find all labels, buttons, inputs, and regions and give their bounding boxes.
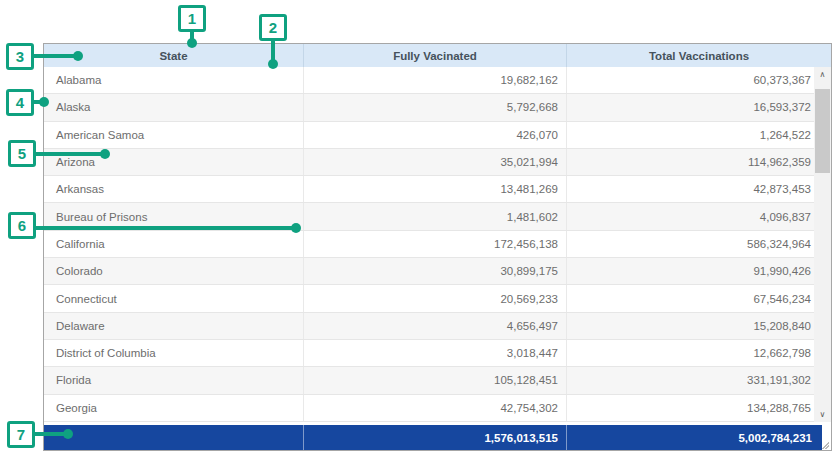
state-cell: California (44, 231, 303, 257)
annotation-dot-1 (187, 38, 197, 48)
attribute-table: State Fully Vacinated Total Vaccinations… (43, 43, 832, 451)
column-header-fully-vacinated[interactable]: Fully Vacinated (303, 44, 566, 67)
total-vaccinations-cell: 12,662,798 (566, 340, 831, 366)
totals-row: 1,576,013,515 5,002,784,231 (44, 425, 822, 450)
table-row[interactable]: Arizona 35,021,994 114,962,359 (44, 149, 831, 176)
table-row[interactable]: Delaware 4,656,497 15,208,840 (44, 313, 831, 340)
annotation-dot-2 (268, 59, 278, 69)
total-vaccinations-cell: 114,962,359 (566, 149, 831, 175)
annotation-label: 6 (18, 217, 26, 234)
total-vaccinations-cell: 16,593,372 (566, 94, 831, 120)
fully-vacinated-cell: 35,021,994 (303, 149, 566, 175)
annotation-marker-4: 4 (6, 89, 34, 116)
state-cell: Delaware (44, 313, 303, 339)
scroll-down-icon[interactable]: ∨ (814, 407, 831, 422)
state-cell: Alaska (44, 94, 303, 120)
table-row[interactable]: Connecticut 20,569,233 67,546,234 (44, 285, 831, 312)
totals-total-vaccinations: 5,002,784,231 (566, 425, 822, 450)
annotation-marker-6: 6 (8, 212, 36, 239)
annotation-dot-3 (73, 51, 83, 61)
fully-vacinated-cell: 42,754,302 (303, 395, 566, 421)
total-vaccinations-cell: 586,324,964 (566, 231, 831, 257)
table-row[interactable]: Arkansas 13,481,269 42,873,453 (44, 176, 831, 203)
scroll-up-icon[interactable]: ∧ (814, 67, 831, 82)
table-body: Alabama 19,682,162 60,373,367 Alaska 5,7… (44, 67, 831, 422)
annotation-label: 1 (188, 10, 196, 27)
annotation-label: 5 (18, 145, 26, 162)
annotation-marker-5: 5 (8, 140, 36, 167)
annotation-marker-7: 7 (7, 421, 35, 448)
state-cell: Connecticut (44, 285, 303, 311)
total-vaccinations-cell: 134,288,765 (566, 395, 831, 421)
fully-vacinated-cell: 5,792,668 (303, 94, 566, 120)
annotation-dot-5 (100, 149, 110, 159)
state-cell: American Samoa (44, 122, 303, 148)
state-cell: Alabama (44, 67, 303, 93)
fully-vacinated-cell: 1,481,602 (303, 203, 566, 229)
table-row[interactable]: American Samoa 426,070 1,264,522 (44, 122, 831, 149)
annotation-dot-6 (291, 223, 301, 233)
annotation-dot-4 (39, 97, 49, 107)
fully-vacinated-cell: 19,682,162 (303, 67, 566, 93)
table-row[interactable]: Alabama 19,682,162 60,373,367 (44, 67, 831, 94)
state-cell: District of Columbia (44, 340, 303, 366)
totals-fully-vacinated: 1,576,013,515 (303, 425, 566, 450)
fully-vacinated-cell: 105,128,451 (303, 367, 566, 393)
table-row[interactable]: District of Columbia 3,018,447 12,662,79… (44, 340, 831, 367)
annotation-connector-6 (34, 226, 296, 230)
annotation-marker-2: 2 (259, 14, 287, 41)
total-vaccinations-cell: 91,990,426 (566, 258, 831, 284)
fully-vacinated-cell: 30,899,175 (303, 258, 566, 284)
total-vaccinations-cell: 1,264,522 (566, 122, 831, 148)
annotation-label: 3 (16, 48, 24, 65)
totals-state-cell (44, 425, 303, 450)
scrollbar-thumb[interactable] (815, 89, 830, 173)
resize-grip-icon (821, 441, 829, 449)
vertical-scrollbar[interactable]: ∧ ∨ (814, 67, 831, 422)
table-header-row: State Fully Vacinated Total Vaccinations (44, 44, 831, 67)
annotation-marker-3: 3 (6, 43, 34, 70)
table-row[interactable]: Florida 105,128,451 331,191,302 (44, 367, 831, 394)
total-vaccinations-cell: 15,208,840 (566, 313, 831, 339)
annotation-label: 7 (17, 426, 25, 443)
table-row[interactable]: Alaska 5,792,668 16,593,372 (44, 94, 831, 121)
fully-vacinated-cell: 3,018,447 (303, 340, 566, 366)
annotation-dot-7 (63, 429, 73, 439)
table-row[interactable]: Colorado 30,899,175 91,990,426 (44, 258, 831, 285)
table-row[interactable]: Georgia 42,754,302 134,288,765 (44, 395, 831, 422)
annotation-label: 2 (269, 19, 277, 36)
state-cell: Florida (44, 367, 303, 393)
fully-vacinated-cell: 13,481,269 (303, 176, 566, 202)
fully-vacinated-cell: 20,569,233 (303, 285, 566, 311)
total-vaccinations-cell: 42,873,453 (566, 176, 831, 202)
annotation-connector-3 (32, 54, 78, 58)
annotation-marker-1: 1 (178, 5, 206, 32)
total-vaccinations-cell: 4,096,837 (566, 203, 831, 229)
state-cell: Arkansas (44, 176, 303, 202)
fully-vacinated-cell: 4,656,497 (303, 313, 566, 339)
annotated-screenshot: State Fully Vacinated Total Vaccinations… (0, 0, 833, 453)
total-vaccinations-cell: 67,546,234 (566, 285, 831, 311)
annotation-connector-5 (34, 152, 105, 156)
state-cell: Georgia (44, 395, 303, 421)
fully-vacinated-cell: 426,070 (303, 122, 566, 148)
state-cell: Colorado (44, 258, 303, 284)
fully-vacinated-cell: 172,456,138 (303, 231, 566, 257)
column-header-total-vaccinations[interactable]: Total Vaccinations (566, 44, 831, 67)
annotation-label: 4 (16, 94, 24, 111)
total-vaccinations-cell: 331,191,302 (566, 367, 831, 393)
total-vaccinations-cell: 60,373,367 (566, 67, 831, 93)
table-row[interactable]: California 172,456,138 586,324,964 (44, 231, 831, 258)
